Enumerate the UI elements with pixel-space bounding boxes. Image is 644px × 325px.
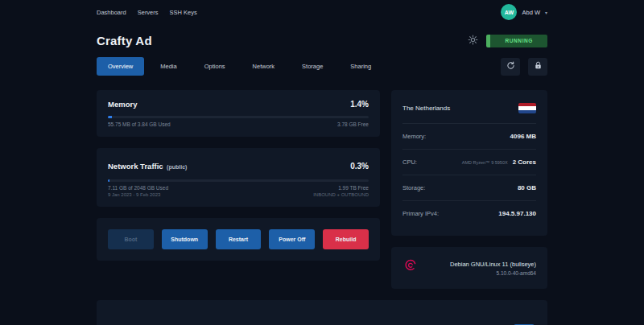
ipv4-row-label: Primary IPv4: (402, 210, 439, 217)
right-column: The Netherlands Memory: 4096 MB CPU: AMD… (391, 90, 547, 289)
info-row-cpu: CPU: AMD Ryzen™ 9 5950X 2 Cores (402, 149, 536, 175)
tab-sharing[interactable]: Sharing (339, 57, 382, 76)
rebuild-button[interactable]: Rebuild (323, 229, 369, 249)
os-name: Debian GNU/Linux 11 (bullseye) (450, 261, 536, 268)
top-navbar: Dashboard Servers SSH Keys AW Abd W ▾ (0, 0, 644, 24)
tab-options[interactable]: Options (193, 57, 237, 76)
page-header: Crafty Ad RUNNING Overview Media Options… (0, 34, 644, 76)
main-content: Memory 1.4% 55.75 MB of 3.84 GB Used 3.7… (97, 90, 547, 325)
memory-progress-fill (108, 116, 112, 118)
restart-button[interactable]: Restart (216, 229, 262, 249)
storage-row-label: Storage: (402, 184, 425, 191)
memory-card: Memory 1.4% 55.75 MB of 3.84 GB Used 3.7… (97, 90, 380, 137)
status-badge: RUNNING (486, 35, 547, 47)
chevron-down-icon: ▾ (545, 10, 547, 15)
nav-link-ssh-keys[interactable]: SSH Keys (170, 9, 197, 16)
network-free-label: 1.99 TB Free (338, 185, 369, 191)
statistics-card: Statistics ▾ (97, 300, 547, 325)
memory-row-label: Memory: (402, 133, 426, 140)
user-name: Abd W (522, 9, 540, 16)
network-traffic-card: Network Traffic (public) 0.3% 7.11 GB of… (97, 148, 380, 207)
storage-row-value: 80 GB (518, 184, 536, 191)
debian-logo-icon (402, 258, 419, 278)
gear-icon (468, 35, 478, 47)
lock-button[interactable] (528, 58, 547, 76)
server-location: The Netherlands (402, 105, 450, 112)
tab-bar: Overview Media Options Network Storage S… (97, 57, 382, 76)
lock-icon (534, 60, 543, 72)
tab-storage[interactable]: Storage (291, 57, 334, 76)
info-row-memory: Memory: 4096 MB (402, 123, 536, 149)
info-row-ipv4: Primary IPv4: 194.5.97.130 (402, 200, 536, 226)
tab-overview[interactable]: Overview (97, 57, 144, 76)
tab-network[interactable]: Network (242, 57, 287, 76)
left-column: Memory 1.4% 55.75 MB of 3.84 GB Used 3.7… (97, 90, 380, 289)
refresh-button[interactable] (501, 58, 520, 76)
network-title: Network Traffic (108, 162, 163, 171)
memory-percent: 1.4% (350, 100, 369, 109)
memory-progress-track (108, 116, 369, 118)
shutdown-button[interactable]: Shutdown (162, 229, 208, 249)
network-title-suffix: (public) (167, 164, 187, 170)
cpu-model: AMD Ryzen™ 9 5950X (462, 160, 508, 165)
cpu-row-label: CPU: (402, 158, 417, 166)
server-info-card: The Netherlands Memory: 4096 MB CPU: AMD… (391, 90, 547, 236)
os-card: Debian GNU/Linux 11 (bullseye) 5.10.0-40… (391, 247, 547, 289)
user-menu[interactable]: AW Abd W ▾ (501, 4, 547, 20)
info-row-storage: Storage: 80 GB (402, 175, 536, 200)
network-progress-track (108, 179, 369, 182)
memory-free-label: 3.78 GB Free (337, 121, 369, 127)
memory-title: Memory (108, 100, 137, 109)
memory-row-value: 4096 MB (510, 133, 536, 140)
power-actions-card: Boot Shutdown Restart Power Off Rebuild (97, 218, 380, 261)
avatar[interactable]: AW (501, 4, 517, 20)
ipv4-row-value: 194.5.97.130 (498, 210, 536, 217)
nav-links: Dashboard Servers SSH Keys (97, 9, 197, 16)
settings-button[interactable] (468, 35, 478, 47)
avatar-initials: AW (505, 10, 514, 15)
network-scope-label: INBOUND + OUTBOUND (313, 192, 369, 197)
network-used-label: 7.11 GB of 2048 GB Used (108, 185, 168, 191)
network-period-label: 9 Jan 2023 - 9 Feb 2023 (108, 192, 160, 197)
network-percent: 0.3% (350, 162, 369, 171)
power-off-button[interactable]: Power Off (269, 229, 315, 249)
status-badge-label: RUNNING (490, 35, 547, 47)
page-title: Crafty Ad (97, 34, 152, 47)
memory-used-label: 55.75 MB of 3.84 GB Used (108, 121, 171, 127)
boot-button[interactable]: Boot (108, 229, 154, 249)
nav-link-servers[interactable]: Servers (138, 9, 159, 16)
refresh-icon (506, 60, 515, 72)
network-progress-fill (108, 179, 109, 182)
netherlands-flag-icon (518, 103, 536, 113)
tab-media[interactable]: Media (149, 57, 188, 76)
nav-link-dashboard[interactable]: Dashboard (97, 9, 126, 16)
os-kernel: 5.10.0-40-amd64 (450, 270, 536, 276)
cpu-row-value: 2 Cores (513, 158, 536, 166)
